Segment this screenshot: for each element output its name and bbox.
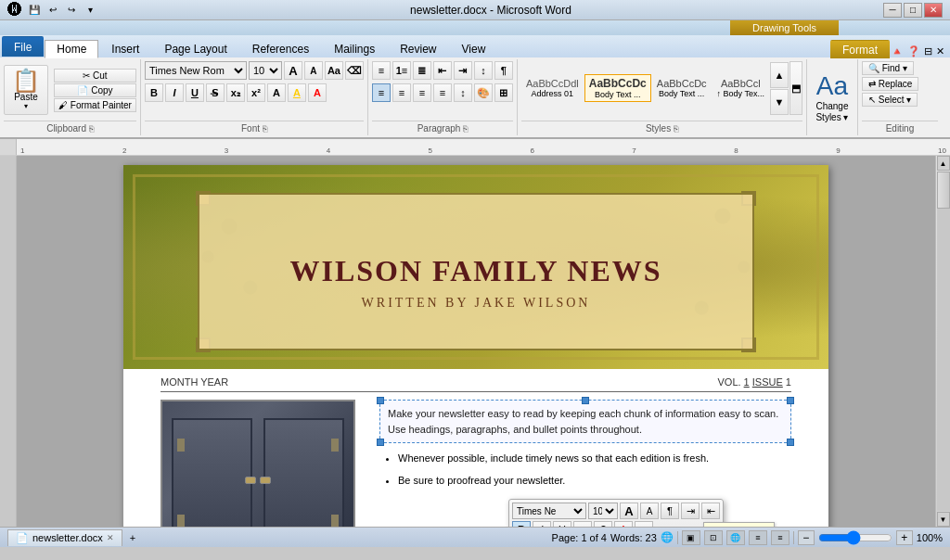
maximize-button[interactable]: □ <box>904 3 922 18</box>
scroll-down-button[interactable]: ▼ <box>937 512 950 527</box>
doc-tab-close[interactable]: ✕ <box>107 533 114 542</box>
mini-outdent-button[interactable]: ⇤ <box>701 503 720 519</box>
mini-italic-button[interactable]: I <box>533 521 551 527</box>
help-button[interactable]: ❓ <box>907 45 920 57</box>
web-layout-view-button[interactable]: 🌐 <box>726 530 745 545</box>
zoom-slider[interactable] <box>818 532 892 543</box>
redo-button[interactable]: ↪ <box>63 3 80 18</box>
mini-grow-font-button[interactable]: A <box>620 503 638 519</box>
styles-scroll-down[interactable]: ▼ <box>770 89 789 115</box>
bullets-button[interactable]: ≡ <box>372 61 391 80</box>
page-info: Page: 1 of 4 <box>552 532 607 543</box>
mini-underline-button[interactable]: U <box>553 521 571 527</box>
italic-button[interactable]: I <box>165 83 184 102</box>
shrink-font-button[interactable]: A <box>304 61 323 80</box>
tab-page-layout[interactable]: Page Layout <box>152 39 238 57</box>
grow-font-button[interactable]: A <box>284 61 302 80</box>
strikethrough-button[interactable]: S̶ <box>206 83 225 102</box>
mini-highlight-button[interactable]: ✏ <box>635 521 653 527</box>
tab-home[interactable]: Home <box>45 40 98 58</box>
tab-insert[interactable]: Insert <box>99 39 151 57</box>
multilevel-button[interactable]: ≣ <box>413 61 431 80</box>
mini-indent-button[interactable]: ⇥ <box>681 503 700 519</box>
save-button[interactable]: 💾 <box>26 3 43 18</box>
print-layout-view-button[interactable]: ▣ <box>682 530 700 545</box>
outline-view-button[interactable]: ≡ <box>749 530 767 545</box>
line-spacing-button[interactable]: ↕ <box>454 83 472 102</box>
style-body-text-3[interactable]: AaBbCcl ↑ Body Tex... <box>712 75 769 101</box>
align-left-button[interactable]: ≡ <box>372 83 391 102</box>
selected-text-box[interactable]: Make your newsletter easy to read by kee… <box>379 400 791 443</box>
document-tab[interactable]: 📄 newsletter.docx ✕ <box>7 529 122 546</box>
align-right-button[interactable]: ≡ <box>413 83 431 102</box>
tab-view[interactable]: View <box>450 39 498 57</box>
mini-font-select[interactable]: Times Ne <box>512 503 586 519</box>
change-case-button[interactable]: Aa <box>325 61 343 80</box>
paste-button[interactable]: 📋 Paste ▾ <box>4 65 48 115</box>
replace-button[interactable]: ⇄ Replace <box>862 77 918 91</box>
tab-format[interactable]: Format <box>830 40 890 58</box>
justify-button[interactable]: ≡ <box>433 83 452 102</box>
style-body-text-2[interactable]: AaBbCcDc Body Text ... <box>652 75 712 101</box>
door-right-panel <box>263 418 344 527</box>
undo-button[interactable]: ↩ <box>45 3 61 18</box>
sort-button[interactable]: ↕ <box>474 61 493 80</box>
draft-view-button[interactable]: ≡ <box>771 530 790 545</box>
mini-shrink-font-button[interactable]: A <box>640 503 659 519</box>
more-qa-button[interactable]: ▾ <box>82 3 98 18</box>
tab-review[interactable]: Review <box>388 39 448 57</box>
mini-center-button[interactable]: ≡ <box>573 521 592 527</box>
zoom-out-button[interactable]: − <box>798 530 815 545</box>
status-bar: 📄 newsletter.docx ✕ + Page: 1 of 4 Words… <box>0 527 950 547</box>
mini-line-spacing-button[interactable]: ¶ <box>661 503 679 519</box>
font-color-button[interactable]: A <box>308 83 327 102</box>
newsletter-title: WILSON FAMILY NEWS <box>289 254 661 288</box>
increase-indent-button[interactable]: ⇥ <box>454 61 472 80</box>
clear-format-button[interactable]: ⌫ <box>345 61 364 80</box>
close-button[interactable]: ✕ <box>924 3 943 18</box>
zoom-in-button[interactable]: + <box>896 530 913 545</box>
font-name-select[interactable]: Times New Rom <box>145 61 247 80</box>
scroll-track[interactable] <box>937 172 950 511</box>
editing-group: 🔍 Find ▾ ⇄ Replace ↖ Select ▾ Editing <box>858 59 942 135</box>
ribbon-tabs: File Home Insert Page Layout References … <box>0 35 950 57</box>
copy-button[interactable]: 📄 Copy <box>54 83 136 97</box>
mini-font-color-button[interactable]: A <box>614 521 633 527</box>
styles-gallery-button[interactable]: ⬒ <box>790 61 802 115</box>
mini-size-select[interactable]: 10 <box>588 503 618 519</box>
help-icon[interactable]: 🔺 <box>891 45 904 57</box>
full-screen-view-button[interactable]: ⊡ <box>704 530 723 545</box>
font-size-select[interactable]: 10 <box>249 61 282 80</box>
styles-scroll-up[interactable]: ▲ <box>770 62 789 88</box>
format-painter-button[interactable]: 🖌 Format Painter <box>54 98 136 112</box>
scroll-thumb[interactable] <box>937 172 950 209</box>
subscript-button[interactable]: x₂ <box>226 83 245 102</box>
mini-strikethrough-button[interactable]: S̶ <box>594 521 612 527</box>
bold-button[interactable]: B <box>145 83 163 102</box>
change-styles-button[interactable]: Aa ChangeStyles ▾ <box>815 71 848 123</box>
text-effects-button[interactable]: A <box>267 83 286 102</box>
underline-button[interactable]: U <box>186 83 204 102</box>
cut-button[interactable]: ✂ Cut <box>54 69 136 83</box>
tab-mailings[interactable]: Mailings <box>322 39 387 57</box>
minimize-button[interactable]: ─ <box>883 3 902 18</box>
select-button[interactable]: ↖ Select ▾ <box>862 93 918 107</box>
superscript-button[interactable]: x² <box>247 83 265 102</box>
ribbon-close-icon[interactable]: ✕ <box>936 45 944 57</box>
align-center-button[interactable]: ≡ <box>392 83 411 102</box>
ribbon-minimize-icon[interactable]: ⊟ <box>924 45 932 57</box>
decrease-indent-button[interactable]: ⇤ <box>433 61 452 80</box>
text-highlight-button[interactable]: A <box>288 83 306 102</box>
tab-file[interactable]: File <box>2 36 44 57</box>
shading-button[interactable]: 🎨 <box>474 83 493 102</box>
scroll-up-button[interactable]: ▲ <box>937 156 950 171</box>
add-doc-button[interactable]: + <box>130 532 135 543</box>
borders-button[interactable]: ⊞ <box>494 83 513 102</box>
mini-bold-button[interactable]: B <box>512 521 531 527</box>
tab-references[interactable]: References <box>240 39 321 57</box>
style-address01[interactable]: AaBbCcDdl Address 01 <box>521 75 584 101</box>
numbering-button[interactable]: 1≡ <box>392 61 411 80</box>
style-body-text[interactable]: AaBbCcDc Body Text ... <box>584 74 651 102</box>
find-button[interactable]: 🔍 Find ▾ <box>862 61 914 75</box>
show-hide-button[interactable]: ¶ <box>494 61 513 80</box>
